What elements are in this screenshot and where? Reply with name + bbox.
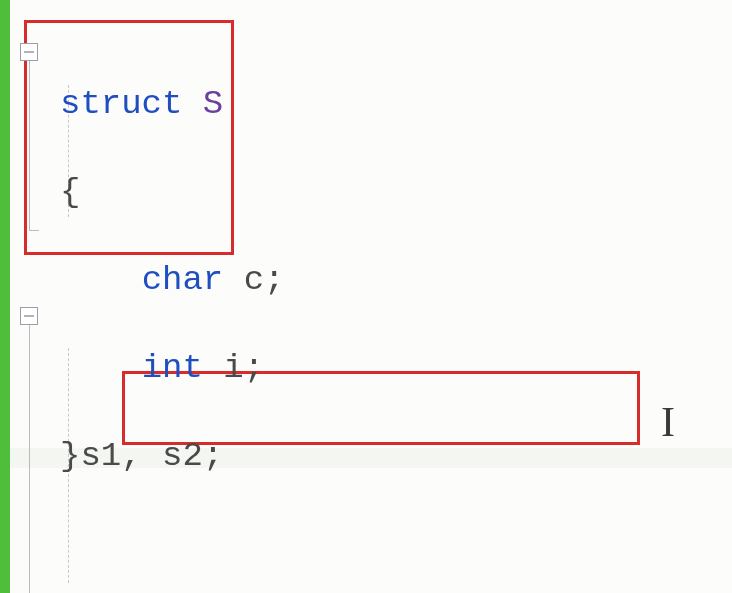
fold-toggle-struct[interactable]	[20, 43, 38, 61]
brace-open: {	[60, 173, 80, 211]
struct-instances: }s1, s2;	[60, 437, 223, 475]
code-line-5[interactable]: }s1, s2;	[60, 434, 631, 478]
keyword-struct: struct	[60, 85, 182, 123]
editor-modified-bar	[0, 0, 10, 593]
code-line-1[interactable]: struct S	[60, 82, 631, 126]
fold-gutter	[10, 10, 50, 593]
fold-guide-main	[29, 325, 30, 593]
fold-toggle-main[interactable]	[20, 307, 38, 325]
fold-guide-struct	[29, 61, 30, 231]
code-block[interactable]: struct S { char c; int i; }s1, s2; int m…	[60, 38, 631, 593]
code-line-3[interactable]: char c;	[60, 258, 631, 302]
keyword-char: char	[142, 261, 224, 299]
typename-S: S	[203, 85, 223, 123]
code-line-4[interactable]: int i;	[60, 346, 631, 390]
code-line-2[interactable]: {	[60, 170, 631, 214]
text-cursor-icon: I	[661, 400, 675, 444]
keyword-int: int	[142, 349, 203, 387]
fold-end-struct	[29, 230, 39, 231]
blank-line[interactable]	[60, 522, 631, 566]
